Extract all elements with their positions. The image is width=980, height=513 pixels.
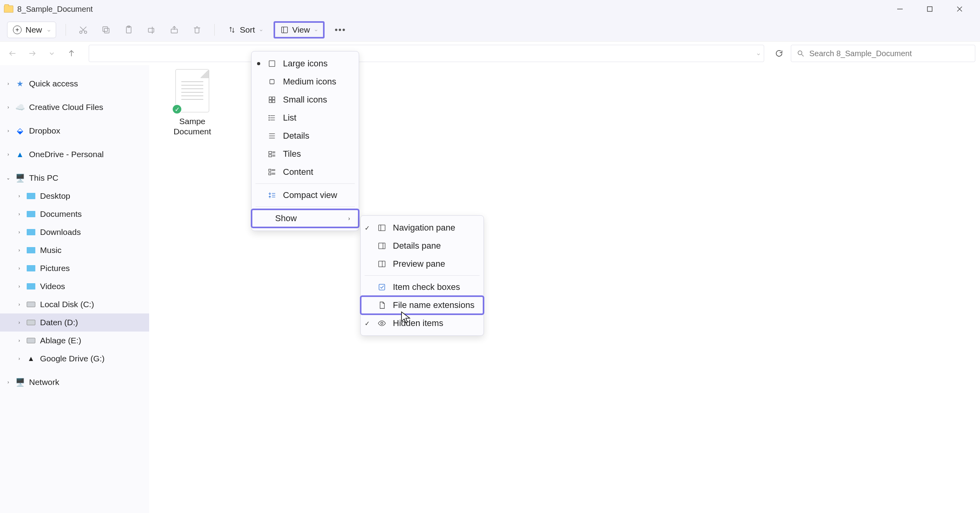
search-box[interactable] bbox=[791, 45, 975, 62]
folder-icon bbox=[4, 5, 13, 13]
rename-button[interactable] bbox=[144, 22, 159, 38]
menu-item-item-check-boxes[interactable]: Item check boxes bbox=[361, 278, 484, 296]
sidebar-item-google-drive[interactable]: ›▲Google Drive (G:) bbox=[0, 350, 149, 368]
new-button[interactable]: + New ⌵ bbox=[7, 22, 56, 38]
sidebar-label: Daten (D:) bbox=[40, 318, 78, 327]
show-submenu: ✓Navigation pane Details pane Preview pa… bbox=[360, 215, 484, 336]
details-pane-icon bbox=[377, 242, 387, 250]
sort-label: Sort bbox=[240, 25, 255, 35]
sort-icon bbox=[228, 26, 236, 34]
large-icons-icon bbox=[267, 59, 277, 68]
copy-button[interactable] bbox=[98, 22, 114, 38]
star-icon: ★ bbox=[15, 79, 25, 88]
chevron-down-icon: ⌵ bbox=[47, 27, 50, 33]
sidebar-item-desktop[interactable]: ›Desktop bbox=[0, 187, 149, 205]
file-item[interactable]: ✓ Sampe Document bbox=[165, 69, 220, 137]
address-dropdown[interactable]: ⌵ bbox=[757, 51, 760, 56]
sidebar-item-pictures[interactable]: ›Pictures bbox=[0, 259, 149, 277]
titlebar: 8_Sample_Document bbox=[0, 0, 980, 18]
check-icon: ✓ bbox=[365, 320, 370, 327]
google-drive-icon: ▲ bbox=[26, 354, 36, 363]
medium-icons-icon bbox=[267, 77, 277, 86]
menu-item-preview-pane[interactable]: Preview pane bbox=[361, 255, 484, 273]
svg-rect-31 bbox=[269, 100, 272, 103]
svg-rect-16 bbox=[195, 28, 199, 33]
sidebar-item-music[interactable]: ›Music bbox=[0, 241, 149, 259]
menu-label: Item check boxes bbox=[393, 282, 460, 292]
sidebar-item-onedrive[interactable]: ›▲OneDrive - Personal bbox=[0, 145, 149, 163]
menu-item-content[interactable]: Content bbox=[252, 163, 359, 181]
details-icon bbox=[267, 132, 277, 140]
menu-label: Preview pane bbox=[393, 259, 445, 269]
sidebar-item-dropbox[interactable]: ›⬙Dropbox bbox=[0, 122, 149, 140]
maximize-button[interactable] bbox=[921, 3, 938, 15]
menu-item-list[interactable]: List bbox=[252, 109, 359, 127]
sidebar-item-creative-cloud[interactable]: ›☁️Creative Cloud Files bbox=[0, 98, 149, 116]
menu-item-large-icons[interactable]: Large icons bbox=[252, 55, 359, 73]
menu-item-file-name-extensions[interactable]: File name extensions bbox=[361, 296, 484, 314]
up-button[interactable] bbox=[64, 46, 79, 61]
menu-label: Content bbox=[283, 167, 313, 177]
menu-item-medium-icons[interactable]: Medium icons bbox=[252, 73, 359, 91]
menu-label: Show bbox=[275, 213, 297, 224]
sidebar-label: Pictures bbox=[40, 264, 70, 273]
sidebar-label: Dropbox bbox=[29, 126, 60, 136]
svg-point-36 bbox=[269, 115, 270, 116]
menu-item-small-icons[interactable]: Small icons bbox=[252, 91, 359, 109]
svg-rect-45 bbox=[269, 155, 272, 157]
selected-indicator bbox=[257, 62, 260, 65]
delete-button[interactable] bbox=[189, 22, 205, 38]
sidebar-item-ablage[interactable]: ›Ablage (E:) bbox=[0, 332, 149, 350]
svg-rect-51 bbox=[269, 173, 271, 175]
sidebar-item-documents[interactable]: ›Documents bbox=[0, 205, 149, 223]
menu-label: List bbox=[283, 113, 296, 123]
more-button[interactable]: ••• bbox=[332, 23, 349, 37]
menu-item-hidden-items[interactable]: ✓Hidden items bbox=[361, 314, 484, 332]
sidebar-item-network[interactable]: ›🖥️Network bbox=[0, 373, 149, 391]
plus-icon: + bbox=[13, 26, 22, 34]
menu-item-details-pane[interactable]: Details pane bbox=[361, 237, 484, 255]
share-button[interactable] bbox=[166, 22, 182, 38]
address-bar[interactable]: ⌵ bbox=[89, 45, 764, 62]
view-button[interactable]: View ⌵ bbox=[274, 21, 325, 38]
svg-rect-8 bbox=[104, 28, 109, 33]
sidebar-item-daten[interactable]: ›Daten (D:) bbox=[0, 313, 149, 332]
sidebar-item-videos[interactable]: ›Videos bbox=[0, 277, 149, 295]
tiles-icon bbox=[267, 150, 277, 158]
sidebar-label: Desktop bbox=[40, 191, 70, 201]
menu-label: Small icons bbox=[283, 95, 327, 105]
paste-button[interactable] bbox=[121, 22, 137, 38]
minimize-button[interactable] bbox=[891, 3, 909, 15]
sidebar-item-downloads[interactable]: ›Downloads bbox=[0, 223, 149, 241]
menu-item-details[interactable]: Details bbox=[252, 127, 359, 145]
menu-item-tiles[interactable]: Tiles bbox=[252, 145, 359, 163]
window-title: 8_Sample_Document bbox=[17, 5, 93, 14]
close-button[interactable] bbox=[951, 3, 968, 15]
svg-line-26 bbox=[802, 55, 804, 57]
refresh-button[interactable] bbox=[771, 46, 787, 61]
back-button[interactable] bbox=[5, 46, 20, 61]
menu-item-compact-view[interactable]: Compact view bbox=[252, 186, 359, 204]
menu-item-navigation-pane[interactable]: ✓Navigation pane bbox=[361, 219, 484, 237]
search-input[interactable] bbox=[809, 49, 969, 58]
svg-point-25 bbox=[798, 51, 802, 55]
sidebar-item-quick-access[interactable]: ›★Quick access bbox=[0, 75, 149, 93]
list-icon bbox=[267, 114, 277, 122]
new-label: New bbox=[26, 25, 42, 35]
folder-icon bbox=[27, 211, 35, 217]
folder-icon bbox=[27, 283, 35, 289]
sidebar-label: Documents bbox=[40, 209, 82, 219]
forward-button[interactable] bbox=[24, 46, 40, 61]
cut-button[interactable] bbox=[75, 22, 91, 38]
sidebar-item-local-disk[interactable]: ›Local Disk (C:) bbox=[0, 295, 149, 313]
menu-item-show[interactable]: Show› bbox=[252, 209, 359, 227]
recent-dropdown[interactable] bbox=[44, 46, 60, 61]
menu-label: Compact view bbox=[283, 190, 337, 200]
search-icon bbox=[797, 49, 805, 57]
cloud-icon: ☁️ bbox=[15, 103, 25, 112]
check-icon: ✓ bbox=[365, 224, 370, 232]
sidebar-item-this-pc[interactable]: ⌄🖥️This PC bbox=[0, 169, 149, 187]
sort-button[interactable]: Sort ⌵ bbox=[224, 23, 266, 37]
svg-rect-1 bbox=[927, 7, 932, 11]
svg-rect-61 bbox=[379, 243, 385, 249]
